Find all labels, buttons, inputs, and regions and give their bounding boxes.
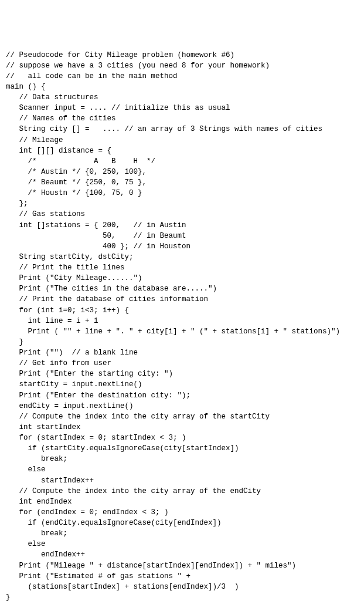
code-line: break; (6, 528, 358, 539)
code-line: else (6, 464, 358, 475)
code-line: startCity = input.nextLine() (6, 379, 358, 390)
code-line: int endIndex (6, 497, 358, 507)
code-line: endIndex++ (6, 549, 358, 560)
code-line: int startIndex (6, 422, 358, 433)
code-line: else (6, 539, 358, 549)
code-line: Scanner input = .... // initialize this … (6, 103, 358, 113)
code-line: Print ("Enter the destination city: "); (6, 390, 358, 401)
code-line: int line = i + 1 (6, 316, 358, 326)
code-line: Print ("The cities in the database are..… (6, 283, 358, 294)
code-line: }; (6, 198, 358, 209)
code-line: // all code can be in the main method (6, 71, 358, 82)
code-line: // Compute the index into the city array… (6, 486, 358, 497)
code-line: if (endCity.equalsIgnoreCase(city[endInd… (6, 518, 358, 528)
code-line: /* Beaumt */ {250, 0, 75 }, (6, 177, 358, 188)
code-line: // Compute the index into the city array… (6, 411, 358, 422)
code-line: Print ("Mileage " + distance[startIndex]… (6, 561, 358, 571)
code-line: // Print the title lines (6, 262, 358, 273)
code-line: // suppose we have a 3 cities (you need … (6, 60, 358, 71)
code-line: for (int i=0; i<3; i++) { (6, 305, 358, 316)
code-line: main () { (6, 82, 358, 92)
code-line: int []stations = { 200, // in Austin (6, 220, 358, 231)
pseudocode-block: // Pseudocode for City Mileage problem (… (6, 50, 358, 602)
code-line: /* A B H */ (6, 156, 358, 167)
code-line: int [][] distance = { (6, 146, 358, 156)
code-line: if (startCity.equalsIgnoreCase(city[star… (6, 443, 358, 454)
code-line: for (startIndex = 0; startIndex < 3; ) (6, 433, 358, 443)
code-line: break; (6, 454, 358, 464)
code-line: } (6, 337, 358, 347)
code-line: // Pseudocode for City Mileage problem (… (6, 50, 358, 60)
code-line: Print ("") // a blank line (6, 347, 358, 358)
code-line: // Gas stations (6, 209, 358, 220)
code-line: // Print the database of cities informat… (6, 294, 358, 305)
code-line: } (6, 592, 358, 601)
code-line: for (endIndex = 0; endIndex < 3; ) (6, 507, 358, 518)
code-line: Print ( "" + line + ". " + city[i] + " (… (6, 326, 358, 337)
code-line: // Names of the cities (6, 113, 358, 124)
code-line: // Mileage (6, 135, 358, 146)
code-line: // Get info from user (6, 358, 358, 369)
code-line: Print ("Enter the starting city: ") (6, 369, 358, 379)
code-line: startIndex++ (6, 475, 358, 486)
code-line: endCity = input.nextLine() (6, 401, 358, 411)
code-line: 400 }; // in Houston (6, 241, 358, 252)
code-line: Print ("Estimated # of gas stations " + (6, 571, 358, 582)
code-line: String startCity, dstCity; (6, 252, 358, 262)
code-line: 50, // in Beaumt (6, 231, 358, 241)
code-line: /* Austin */ {0, 250, 100}, (6, 167, 358, 177)
code-line: String city [] = .... // an array of 3 S… (6, 124, 358, 134)
code-line: // Data structures (6, 92, 358, 103)
code-line: (stations[startIndex] + stations[endInde… (6, 582, 358, 592)
code-line: Print ("City Mileage......") (6, 273, 358, 283)
code-line: /* Houstn */ {100, 75, 0 } (6, 188, 358, 198)
